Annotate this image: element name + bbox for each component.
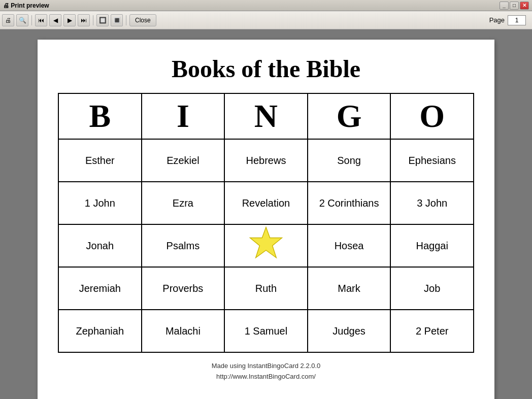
nav-last-icon[interactable]: ⏭ (78, 14, 90, 26)
cell-r5c5: 2 Peter (390, 310, 474, 352)
window-close-button[interactable]: ✕ (520, 2, 529, 10)
cell-r2c2: Ezra (142, 182, 225, 224)
toolbar: 🖨 🔍 ⏮ ◀ ▶ ⏭ 🔲 🔳 Close Page (0, 11, 532, 29)
bingo-title: Books of the Bible (172, 55, 360, 83)
table-row: Jeremiah Proverbs Ruth Mark Job (58, 267, 474, 310)
footer: Made using InstantBingoCard 2.2.0.0 http… (212, 361, 321, 382)
table-row: 1 John Ezra Revelation 2 Corinthians 3 J… (58, 182, 474, 224)
cell-r2c1: 1 John (58, 182, 142, 224)
cell-r4c4: Mark (308, 267, 391, 310)
zoom-out-icon[interactable]: 🔲 (96, 14, 109, 26)
table-row: Zephaniah Malachi 1 Samuel Judges 2 Pete… (58, 310, 474, 352)
zoom-in-icon[interactable]: 🔳 (111, 14, 123, 26)
cell-r4c2: Proverbs (142, 267, 225, 310)
print-icon[interactable]: 🖨 (2, 14, 14, 26)
separator-2 (93, 15, 93, 25)
nav-next-icon[interactable]: ▶ (63, 14, 76, 26)
separator-1 (31, 15, 32, 25)
bingo-header-row: B I N G O (58, 93, 474, 139)
cell-r4c3: Ruth (224, 267, 308, 310)
free-space-cell (224, 224, 308, 267)
cell-r5c3: 1 Samuel (224, 310, 308, 352)
page-label: Page (489, 16, 505, 24)
cell-r5c4: Judges (308, 310, 391, 352)
nav-first-icon[interactable]: ⏮ (35, 14, 47, 26)
table-row: Jonah Psalms Hosea Haggai (58, 224, 474, 267)
minimize-button[interactable]: _ (500, 2, 509, 10)
title-bar: 🖨 Print preview _ □ ✕ (0, 0, 532, 11)
bingo-table: B I N G O Esther Ezekiel Hebrews Song Ep… (58, 93, 474, 353)
cell-r3c2: Psalms (142, 224, 225, 267)
cell-r1c3: Hebrews (224, 139, 308, 182)
cell-r1c1: Esther (58, 139, 142, 182)
window-controls: _ □ ✕ (500, 2, 529, 10)
close-button[interactable]: Close (129, 14, 156, 26)
cell-r4c1: Jeremiah (58, 267, 142, 310)
window-icon: 🖨 (3, 2, 9, 9)
cell-r3c4: Hosea (308, 224, 391, 267)
cell-r3c5: Haggai (390, 224, 474, 267)
header-i: I (142, 93, 225, 139)
main-area: Books of the Bible B I N G O Esther Ezek… (0, 29, 532, 399)
window-title: Print preview (11, 2, 49, 9)
cell-r5c1: Zephaniah (58, 310, 142, 352)
search-icon[interactable]: 🔍 (16, 14, 28, 26)
header-n: N (224, 93, 308, 139)
cell-r4c5: Job (390, 267, 474, 310)
page-info: Page (489, 15, 530, 25)
svg-marker-0 (250, 227, 282, 258)
footer-line2: http://www.InstantBingoCard.com/ (212, 372, 321, 382)
header-b: B (58, 93, 142, 139)
cell-r2c5: 3 John (390, 182, 474, 224)
cell-r1c5: Ephesians (390, 139, 474, 182)
cell-r5c2: Malachi (142, 310, 225, 352)
maximize-button[interactable]: □ (510, 2, 519, 10)
cell-r3c1: Jonah (58, 224, 142, 267)
cell-r1c4: Song (308, 139, 391, 182)
paper: Books of the Bible B I N G O Esther Ezek… (38, 40, 494, 399)
table-row: Esther Ezekiel Hebrews Song Ephesians (58, 139, 474, 182)
star-icon (248, 225, 284, 261)
cell-r2c3: Revelation (224, 182, 308, 224)
page-number-input[interactable] (508, 15, 526, 25)
separator-3 (126, 15, 126, 25)
header-g: G (308, 93, 391, 139)
header-o: O (390, 93, 474, 139)
nav-prev-icon[interactable]: ◀ (49, 14, 61, 26)
cell-r2c4: 2 Corinthians (308, 182, 391, 224)
cell-r1c2: Ezekiel (142, 139, 225, 182)
footer-line1: Made using InstantBingoCard 2.2.0.0 (212, 361, 321, 372)
